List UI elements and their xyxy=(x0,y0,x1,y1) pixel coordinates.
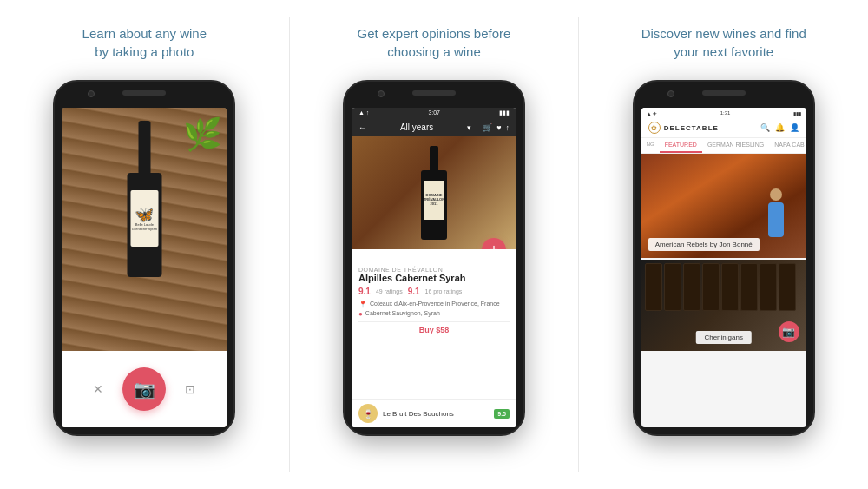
wine-image-2: DOMAINETRÉVALLON2011 + xyxy=(352,136,516,249)
bottle-label: 🦋 Belle LaudeGrenache·Syrah xyxy=(130,190,158,247)
header-action-icons: 🔍 🔔 👤 xyxy=(760,123,799,132)
phone-1: 🌿 🦋 Belle LaudeGrenache·Syrah xyxy=(53,80,235,436)
butterfly-icon: 🦋 xyxy=(135,207,154,222)
buy-button[interactable]: Buy $58 xyxy=(358,321,510,338)
mini-bottle-3 xyxy=(683,263,700,311)
user-rating-score: 9.1 xyxy=(358,287,371,296)
list-item-avatar: 🍷 xyxy=(358,404,378,423)
phone2-camera xyxy=(378,90,385,97)
wine-region-text: Coteaux d'Aix-en-Provence in Provence, F… xyxy=(370,301,500,307)
featured-card-2[interactable]: Cheninigans 📷 xyxy=(641,260,806,351)
label-text: Belle LaudeGrenache·Syrah xyxy=(132,222,157,231)
search-icon[interactable]: 🔍 xyxy=(760,123,770,132)
share-icon[interactable]: ↑ xyxy=(506,123,510,132)
person-figure xyxy=(763,188,789,258)
phone3-app-header: ✿ DELECTABLE 🔍 🔔 👤 xyxy=(641,118,806,138)
back-arrow-icon[interactable]: ← xyxy=(358,123,366,132)
phone2-nav-header: ← All years ▾ 🛒 ♥ ↑ xyxy=(352,118,516,136)
dropdown-icon[interactable]: ▾ xyxy=(467,123,471,132)
phone-2: ▲ ↑ 3:07 ▮▮▮ ← All years ▾ 🛒 ♥ ↑ xyxy=(343,80,525,436)
person-head xyxy=(770,188,782,201)
wine-region-detail: 📍 Coteaux d'Aix-en-Provence in Provence,… xyxy=(358,301,510,308)
wine-name: Alpilles Cabernet Syrah xyxy=(358,273,510,283)
col2-title: Get expert opinions before choosing a wi… xyxy=(358,24,511,61)
mini-bottle-7 xyxy=(760,263,777,311)
mini-bottle-5 xyxy=(721,263,739,311)
camera-fab-button[interactable]: 📷 xyxy=(779,321,799,342)
close-button[interactable]: ✕ xyxy=(84,375,112,403)
col-1: Learn about any wine by taking a photo 🌿… xyxy=(0,0,289,489)
wine-ratings-row: 9.1 49 ratings 9.1 16 pro ratings xyxy=(358,287,510,296)
col2-title-line2: choosing a wine xyxy=(387,44,481,59)
featured-card-1[interactable]: American Rebels by Jon Bonné xyxy=(641,154,806,258)
col2-title-line1: Get expert opinions before xyxy=(358,26,511,41)
tab-trending[interactable]: NG xyxy=(641,138,660,153)
phone3-content: American Rebels by Jon Bonné xyxy=(641,154,806,427)
col1-title-line2: by taking a photo xyxy=(95,44,194,59)
tab-napa[interactable]: NAPA CAB xyxy=(769,138,806,153)
logo-icon: ✿ xyxy=(648,122,661,134)
p2-bottle-body: DOMAINETRÉVALLON2011 xyxy=(421,170,447,240)
card2-caption: Cheninigans xyxy=(695,331,751,344)
tab-featured[interactable]: FEATURED xyxy=(660,138,702,153)
delectable-logo: ✿ DELECTABLE xyxy=(648,122,719,134)
p2-label-text: DOMAINETRÉVALLON2011 xyxy=(424,194,444,206)
user-rating-count: 49 ratings xyxy=(376,288,403,294)
camera-button[interactable]: 📷 xyxy=(122,367,166,411)
battery-icon: ▮▮▮ xyxy=(499,109,510,116)
pro-rating-score: 9.1 xyxy=(408,287,420,296)
main-container: Learn about any wine by taking a photo 🌿… xyxy=(0,0,868,489)
bottle-body: 🦋 Belle LaudeGrenache·Syrah xyxy=(127,173,161,277)
list-item-name: Le Bruit Des Bouchons xyxy=(383,410,494,418)
p3-signal-icon: ▲ ✈ xyxy=(647,110,658,116)
wine-bottle-1: 🦋 Belle LaudeGrenache·Syrah xyxy=(125,121,164,277)
heart-icon[interactable]: ♥ xyxy=(496,123,501,132)
phone3-camera xyxy=(667,90,674,97)
gallery-button[interactable]: ⊡ xyxy=(176,375,204,403)
phone2-status-bar: ▲ ↑ 3:07 ▮▮▮ xyxy=(352,108,516,118)
pro-rating-count: 16 pro ratings xyxy=(425,288,463,294)
app-name: DELECTABLE xyxy=(664,124,719,132)
col-3: Discover new wines and find your next fa… xyxy=(579,0,868,489)
phone3-tab-bar: NG FEATURED GERMAN RIESLING NAPA CAB xyxy=(641,138,806,154)
mini-bottle-6 xyxy=(740,263,758,311)
col3-title-line1: Discover new wines and find xyxy=(641,26,806,41)
cart-icon[interactable]: 🛒 xyxy=(483,123,492,132)
tab-riesling[interactable]: GERMAN RIESLING xyxy=(702,138,769,153)
wine-info-panel: DOMAINE DE TRÉVALLON Alpilles Cabernet S… xyxy=(352,249,516,399)
p2-bottle-label: DOMAINETRÉVALLON2011 xyxy=(424,181,444,220)
list-item-score: 9.5 xyxy=(494,409,510,419)
col1-title-line1: Learn about any wine xyxy=(82,26,207,41)
col-2: Get expert opinions before choosing a wi… xyxy=(290,0,579,489)
phone-3: ▲ ✈ 1:31 ▮▮▮ ✿ DELECTABLE 🔍 🔔 👤 xyxy=(633,80,815,436)
mini-bottle-8 xyxy=(779,263,796,311)
nav-header-title: All years xyxy=(371,122,463,132)
phone2-screen: ▲ ↑ 3:07 ▮▮▮ ← All years ▾ 🛒 ♥ ↑ xyxy=(352,108,516,427)
p2-bottle-neck xyxy=(430,146,438,170)
mini-bottle-1 xyxy=(645,263,662,311)
grape-dot-icon: ● xyxy=(358,310,363,318)
phone2-bottle-container: DOMAINETRÉVALLON2011 xyxy=(421,146,447,240)
person-body xyxy=(768,202,784,237)
mini-bottle-2 xyxy=(664,263,681,311)
mini-bottle-4 xyxy=(702,263,720,311)
wine-producer: DOMAINE DE TRÉVALLON xyxy=(358,267,510,273)
list-item-wine[interactable]: 🍷 Le Bruit Des Bouchons 9.5 xyxy=(352,399,516,427)
fab-add-button[interactable]: + xyxy=(482,238,506,249)
col3-title-line2: your next favorite xyxy=(674,44,773,59)
location-icon: 📍 xyxy=(358,301,367,308)
phone1-actions: ✕ 📷 ⊡ xyxy=(62,351,227,427)
p3-battery-icon: ▮▮▮ xyxy=(793,110,801,116)
notification-icon[interactable]: 🔔 xyxy=(775,123,785,132)
p3-status-time: 1:31 xyxy=(720,110,731,116)
bottle-neck xyxy=(138,121,150,173)
phone3-screen: ▲ ✈ 1:31 ▮▮▮ ✿ DELECTABLE 🔍 🔔 👤 xyxy=(641,108,806,427)
col1-title: Learn about any wine by taking a photo xyxy=(82,24,207,61)
profile-icon[interactable]: 👤 xyxy=(790,123,799,132)
wine-grape-text: Cabernet Sauvignon, Syrah xyxy=(365,310,440,316)
col3-title: Discover new wines and find your next fa… xyxy=(641,24,806,61)
status-icons: ▲ ↑ xyxy=(358,109,369,116)
plant-decoration: 🌿 xyxy=(183,116,222,153)
card1-caption: American Rebels by Jon Bonné xyxy=(648,238,760,251)
wine-grape-detail: ● Cabernet Sauvignon, Syrah xyxy=(358,310,510,318)
